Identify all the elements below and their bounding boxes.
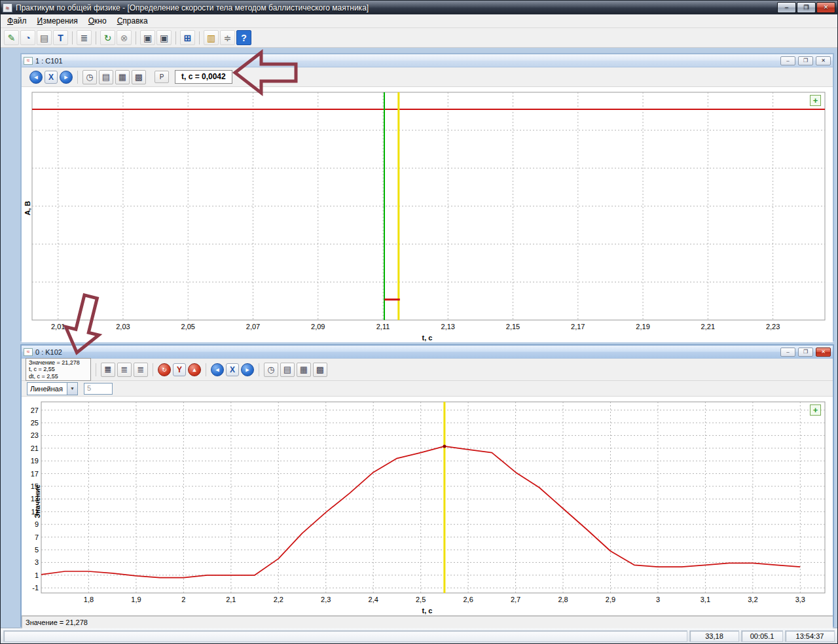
close-button[interactable]: ✕	[816, 2, 835, 13]
export-chart-icon[interactable]: ▤	[280, 363, 295, 377]
svg-text:2,2: 2,2	[274, 596, 283, 603]
protocol-list-icon[interactable]: ≣	[77, 30, 92, 45]
svg-text:2,4: 2,4	[369, 596, 378, 603]
svg-text:2,5: 2,5	[416, 596, 426, 603]
scroll-left-icon[interactable]: ◄	[211, 363, 224, 376]
c101-title-bar[interactable]: ≈ 1 : C101 – ❐ ✕	[22, 54, 833, 67]
menu-measurements[interactable]: Измерения	[32, 14, 83, 27]
status-value-cell: 33,18	[689, 630, 739, 642]
c101-x-axis-label: t, c	[422, 334, 433, 342]
c101-chart-area[interactable]: 2,012,032,052,072,092,112,132,152,172,19…	[22, 87, 833, 342]
k102-close-button[interactable]: ✕	[816, 348, 831, 357]
export-chart-icon[interactable]: ▤	[99, 70, 113, 84]
add-scale-button[interactable]: +	[810, 404, 821, 416]
svg-text:3,2: 3,2	[748, 596, 757, 603]
window-k102: ≈ 0 : K102 – ❐ ✕ Значение = 21,278 t, c …	[20, 344, 834, 627]
svg-text:-1: -1	[32, 584, 39, 592]
table-view-icon[interactable]: ▦	[297, 363, 311, 377]
c101-close-button[interactable]: ✕	[816, 56, 831, 65]
mdi-area: ≈ 1 : C101 – ❐ ✕ ◄ X ► ◷ ▤ ▦ ▩ P t, c = …	[1, 48, 837, 628]
status-main-cell	[3, 630, 687, 642]
p-button[interactable]: P	[155, 71, 169, 83]
menu-file[interactable]: Файл	[2, 14, 32, 27]
svg-text:2,23: 2,23	[766, 323, 780, 331]
status-bar: 33,18 00:05.1 13:54:37	[1, 628, 837, 643]
points-input[interactable]: 5	[84, 383, 113, 395]
toolbar-separator	[206, 363, 206, 376]
chart-view-icon[interactable]: ▩	[313, 363, 327, 377]
list-view-icon[interactable]: ≣	[101, 363, 115, 377]
interpolation-value: Линейная	[27, 385, 67, 393]
start-measurement-icon[interactable]: ↻	[100, 30, 115, 45]
svg-text:2,6: 2,6	[463, 596, 473, 603]
reset-x-scale-button[interactable]: X	[226, 363, 239, 376]
chevron-down-icon[interactable]: ▼	[67, 383, 77, 395]
time-value-display: t, c = 0,0042	[175, 70, 232, 84]
export-protocol-icon[interactable]: ▤	[37, 30, 52, 45]
k102-chart-area[interactable]: 1,81,922,12,22,32,42,52,62,72,82,933,13,…	[22, 397, 833, 615]
svg-text:7: 7	[35, 533, 39, 541]
value-line: Значение = 21,278	[29, 359, 88, 367]
minimize-button[interactable]: –	[777, 2, 796, 13]
svg-text:2,17: 2,17	[571, 323, 585, 331]
svg-text:2,07: 2,07	[246, 323, 260, 331]
k102-title-bar[interactable]: ≈ 0 : K102 – ❐ ✕	[22, 346, 833, 359]
sliders-icon[interactable]: ≑	[220, 30, 235, 45]
window-c101: ≈ 1 : C101 – ❐ ✕ ◄ X ► ◷ ▤ ▦ ▩ P t, c = …	[20, 53, 834, 341]
c101-maximize-button[interactable]: ❐	[798, 56, 813, 65]
timer-icon[interactable]: ◷	[264, 363, 278, 377]
k102-plot[interactable]: 1,81,922,12,22,32,42,52,62,72,82,933,13,…	[22, 397, 833, 613]
svg-text:19: 19	[31, 457, 39, 465]
chart-window-icon: ≈	[24, 348, 33, 356]
help-icon[interactable]: ?	[236, 30, 251, 45]
labels-icon[interactable]: ▥	[204, 30, 219, 45]
toolbar-separator	[96, 31, 96, 45]
timer-icon[interactable]: ◷	[82, 70, 97, 84]
svg-text:2,15: 2,15	[506, 323, 520, 331]
menu-help[interactable]: Справка	[112, 14, 153, 27]
interpolation-select[interactable]: Линейная ▼	[27, 382, 78, 395]
k102-maximize-button[interactable]: ❐	[798, 348, 813, 357]
reset-y-scale-button[interactable]: Y	[173, 363, 186, 376]
svg-text:2: 2	[181, 596, 185, 603]
title-bar[interactable]: ≈ Практикум по общей физике - [Определен…	[1, 1, 837, 14]
video-icon[interactable]: ▣	[156, 30, 172, 45]
svg-text:2,05: 2,05	[181, 323, 195, 331]
stop-measurement-icon[interactable]: ⊗	[117, 30, 132, 45]
scroll-right-icon[interactable]: ►	[60, 71, 73, 84]
svg-text:3: 3	[656, 596, 660, 603]
k102-minimize-button[interactable]: –	[780, 348, 795, 357]
toolbar-separator	[199, 31, 200, 45]
svg-text:2,19: 2,19	[636, 323, 649, 331]
chart-window-icon: ≈	[24, 57, 33, 65]
svg-text:23: 23	[31, 431, 39, 439]
toolbar-separator	[175, 31, 176, 45]
svg-text:2,3: 2,3	[321, 596, 331, 603]
text-tool-icon[interactable]: T	[53, 30, 68, 45]
k102-status-bar: Значение = 21,278	[22, 615, 833, 628]
camera-icon[interactable]: ▣	[140, 30, 155, 45]
svg-text:17: 17	[31, 470, 39, 478]
svg-text:2,11: 2,11	[376, 323, 390, 331]
table-view-icon[interactable]: ▦	[115, 70, 130, 84]
scroll-left-icon[interactable]: ◄	[29, 71, 43, 84]
globe-icon[interactable]: ◔	[20, 30, 35, 45]
reset-icon[interactable]: ↻	[158, 363, 171, 376]
scroll-right-icon[interactable]: ►	[241, 363, 254, 376]
k102-title: 0 : K102	[35, 348, 778, 356]
svg-text:25: 25	[31, 419, 39, 427]
chart-view-icon[interactable]: ▩	[132, 70, 146, 84]
svg-text:3,3: 3,3	[795, 596, 805, 603]
maximize-button[interactable]: ❐	[797, 2, 816, 13]
add-scale-button[interactable]: +	[810, 95, 821, 106]
c101-toolbar: ◄ X ► ◷ ▤ ▦ ▩ P t, c = 0,0042	[22, 67, 833, 87]
menu-window[interactable]: Окно	[83, 14, 112, 27]
red-list-icon[interactable]: ≣	[134, 363, 148, 377]
reset-x-scale-button[interactable]: X	[45, 71, 58, 84]
green-list-icon[interactable]: ≣	[117, 363, 132, 377]
scroll-up-icon[interactable]: ▲	[188, 363, 201, 376]
brush-icon[interactable]: ✎	[4, 30, 19, 45]
c101-plot[interactable]: 2,012,032,052,072,092,112,132,152,172,19…	[22, 87, 833, 340]
c101-minimize-button[interactable]: –	[780, 56, 795, 65]
experiment-tree-icon[interactable]: ⊞	[180, 30, 195, 45]
